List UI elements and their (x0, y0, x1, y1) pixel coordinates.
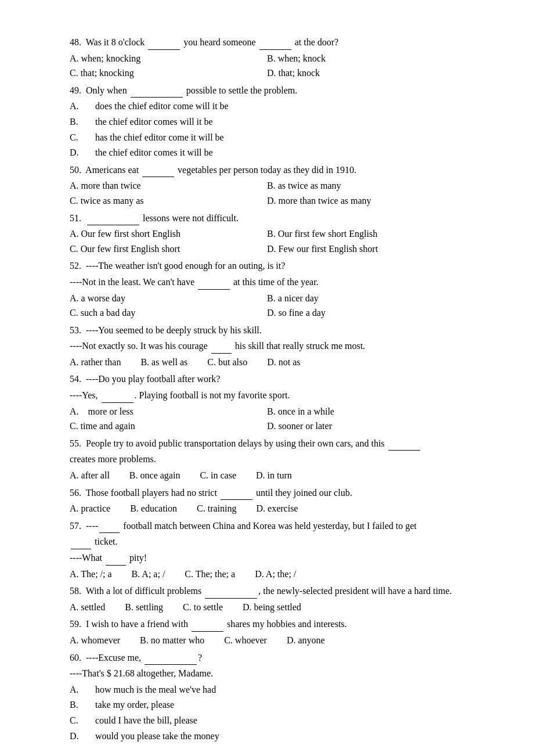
q56-optC: C. training (197, 503, 236, 513)
q54-text2: ----Yes, . Playing football is not my fa… (70, 388, 464, 403)
q58-text: 58. With a lot of difficult problems , t… (70, 584, 464, 599)
q51-optD: D. Few our first English short (267, 242, 464, 257)
q58-optD: D. being settled (243, 602, 301, 612)
q53-text1: 53. ----You seemed to be deeply struck b… (70, 323, 464, 338)
q50-optA: A. more than twice (70, 178, 267, 193)
q60-optD: D. would you please take the money (70, 729, 464, 744)
q60-optC: C. could I have the bill, please (70, 713, 464, 728)
question-58: 58. With a lot of difficult problems , t… (70, 584, 464, 614)
q51-options: A. Our few first short English B. Our fi… (70, 226, 464, 256)
q58-optA: A. settled (70, 602, 105, 612)
q59-optC: C. whoever (224, 635, 267, 645)
q50-text: 50. Americans eat vegetables per person … (70, 163, 464, 178)
q55-text2: creates more problems. (70, 452, 464, 467)
q53-text2: ----Not exactly so. It was his courage h… (70, 339, 464, 354)
question-56: 56. Those football players had no strict… (70, 485, 464, 516)
question-50: 50. Americans eat vegetables per person … (70, 163, 464, 208)
q57-text1: 57. ---- football match between China an… (70, 519, 464, 534)
q58-optB: B. settling (125, 602, 163, 612)
q48-text: 48. Was it 8 o'clock you heard someone a… (70, 35, 464, 50)
q50-options: A. more than twice B. as twice as many C… (70, 178, 464, 208)
q53-optA: A. rather than (70, 357, 121, 367)
q55-options: A. after all B. once again C. in case D.… (70, 468, 464, 483)
q55-optC: C. in case (200, 470, 236, 480)
question-57: 57. ---- football match between China an… (70, 519, 464, 581)
q53-optB: B. as well as (140, 357, 187, 367)
q56-options: A. practice B. education C. training D. … (70, 501, 464, 516)
q59-text: 59. I wish to have a friend with shares … (70, 617, 464, 632)
q56-optA: A. practice (70, 503, 110, 513)
q53-optC: C. but also (207, 357, 247, 367)
q57-text3: ----What pity! (70, 550, 464, 566)
q60-options: A. how much is the meal we've had B. tak… (70, 682, 464, 743)
q51-optB: B. Our first few short English (267, 226, 464, 242)
q57-optC: C. The; the; a (185, 569, 235, 579)
q50-optC: C. twice as many as (70, 193, 267, 208)
q54-text1: 54. ----Do you play football after work? (70, 372, 464, 387)
q58-optC: C. to settle (183, 602, 223, 612)
question-52: 52. ----The weather isn't good enough fo… (70, 258, 464, 320)
q60-optA: A. how much is the meal we've had (70, 682, 464, 697)
question-60: 60. ----Excuse me, ? ----That's $ 21.68 … (70, 650, 464, 744)
q56-text: 56. Those football players had no strict… (70, 485, 464, 501)
q49-options: A. does the chief editor come will it be… (70, 99, 464, 160)
q50-optD: D. more than twice as many (267, 193, 464, 208)
q57-optD: D. A; the; / (255, 569, 296, 579)
q54-optC: C. time and again (70, 419, 267, 434)
q59-optD: D. anyone (287, 635, 325, 645)
exam-content: 48. Was it 8 o'clock you heard someone a… (70, 35, 464, 743)
q59-options: A. whomever B. no matter who C. whoever … (70, 633, 464, 648)
q59-optB: B. no matter who (140, 635, 204, 645)
q60-optB: B. take my order, please (70, 697, 464, 712)
q55-optA: A. after all (70, 470, 110, 480)
q54-optA: A. more or less (70, 404, 267, 419)
q52-optD: D. so fine a day (267, 305, 464, 321)
q55-optD: D. in turn (256, 470, 292, 480)
q54-optB: B. once in a while (267, 404, 464, 419)
q58-options: A. settled B. settling C. to settle D. b… (70, 600, 464, 615)
q54-optD: D. sooner or later (267, 419, 464, 434)
q48-optC: C. that; knocking (70, 66, 267, 81)
q56-optD: D. exercise (257, 503, 298, 513)
question-55: 55. People try to avoid public transport… (70, 436, 464, 483)
q60-text1: 60. ----Excuse me, ? (70, 650, 464, 665)
q51-text: 51. lessons were not difficult. (70, 211, 464, 226)
q49-optA: A. does the chief editor come will it be (70, 99, 464, 114)
q51-optA: A. Our few first short English (70, 226, 267, 242)
q52-optA: A. a worse day (70, 291, 267, 306)
q55-text1: 55. People try to avoid public transport… (70, 436, 464, 451)
q48-optB: B. when; knock (267, 51, 464, 66)
q54-options: A. more or less B. once in a while C. ti… (70, 404, 464, 434)
q52-optB: B. a nicer day (267, 291, 464, 306)
q56-optB: B. education (130, 503, 177, 513)
q49-optC: C. has the chief editor come it will be (70, 130, 464, 145)
question-53: 53. ----You seemed to be deeply struck b… (70, 323, 464, 370)
q50-optB: B. as twice as many (267, 178, 464, 193)
q51-optC: C. Our few first English short (70, 242, 267, 257)
q59-optA: A. whomever (70, 635, 120, 645)
q49-text: 49. Only when possible to settle the pro… (70, 83, 464, 98)
question-48: 48. Was it 8 o'clock you heard someone a… (70, 35, 464, 81)
q49-optD: D. the chief editor comes it will be (70, 145, 464, 160)
q53-options: A. rather than B. as well as C. but also… (70, 355, 464, 370)
q48-optD: D. that; knock (267, 66, 464, 81)
question-54: 54. ----Do you play football after work?… (70, 372, 464, 433)
q49-optB: B. the chief editor comes will it be (70, 114, 464, 129)
q60-text2: ----That's $ 21.68 altogether, Madame. (70, 666, 464, 681)
q57-text2: ticket. (70, 534, 464, 549)
q52-options: A. a worse day B. a nicer day C. such a … (70, 291, 464, 321)
q57-optB: B. A; a; / (132, 569, 165, 579)
q57-optA: A. The; /; a (70, 569, 112, 579)
question-51: 51. lessons were not difficult. A. Our f… (70, 211, 464, 257)
question-49: 49. Only when possible to settle the pro… (70, 83, 464, 160)
q53-optD: D. not as (267, 357, 300, 367)
q52-text1: 52. ----The weather isn't good enough fo… (70, 258, 464, 273)
q52-optC: C. such a bad day (70, 305, 267, 321)
q48-optA: A. when; knocking (70, 51, 267, 66)
q55-optB: B. once again (129, 470, 181, 480)
q48-options: A. when; knocking B. when; knock C. that… (70, 51, 464, 81)
q57-options: A. The; /; a B. A; a; / C. The; the; a D… (70, 567, 464, 582)
q52-text2: ----Not in the least. We can't have at t… (70, 275, 464, 290)
question-59: 59. I wish to have a friend with shares … (70, 617, 464, 647)
